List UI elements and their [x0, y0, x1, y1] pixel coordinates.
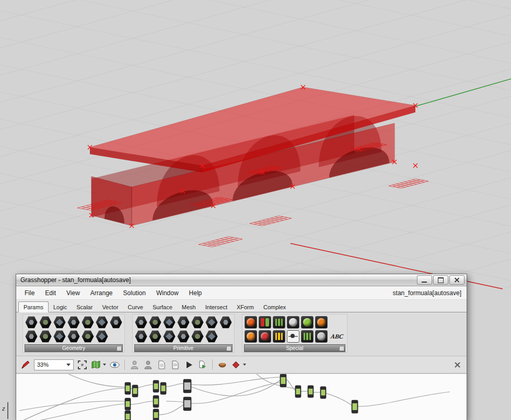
gh-node[interactable]: [160, 382, 166, 394]
gh-node[interactable]: [125, 411, 131, 420]
special-param-icon[interactable]: [287, 316, 299, 329]
special-param-icon[interactable]: [245, 316, 257, 329]
menu-help[interactable]: Help: [184, 288, 207, 298]
menu-window[interactable]: Window: [151, 288, 184, 298]
gh-node[interactable]: [153, 395, 159, 407]
primitive-param-icon[interactable]: [134, 330, 148, 343]
primitive-param-icon[interactable]: [162, 316, 176, 329]
panel-menu-corner[interactable]: [339, 346, 344, 351]
primitive-param-icon[interactable]: [162, 330, 176, 343]
primitive-param-icon[interactable]: [148, 330, 162, 343]
special-param-icon[interactable]: [259, 316, 271, 329]
special-param-icon[interactable]: [273, 330, 285, 343]
primitive-param-icon[interactable]: [191, 330, 204, 343]
tab-xform[interactable]: XForm: [232, 302, 259, 312]
map-dropdown-arrow[interactable]: [103, 364, 106, 366]
geometry-param-icon[interactable]: [67, 330, 80, 343]
special-param-icon[interactable]: [245, 330, 257, 343]
tab-mesh[interactable]: Mesh: [177, 302, 201, 312]
zoom-extents-icon[interactable]: [77, 360, 87, 370]
preview-dropdown-arrow[interactable]: [243, 364, 246, 366]
gh-node[interactable]: [352, 400, 358, 413]
special-param-icon[interactable]: [315, 330, 328, 343]
gallery-statue2-icon[interactable]: [143, 360, 153, 370]
zoom-dropdown-arrow[interactable]: [66, 364, 71, 366]
menu-file[interactable]: File: [19, 288, 40, 298]
recompute-icon[interactable]: [198, 360, 207, 370]
menu-arrange[interactable]: Arrange: [85, 288, 118, 298]
title-bar[interactable]: Grasshopper - stan_formuala[autosave]: [16, 274, 467, 286]
geometry-param-icon[interactable]: [95, 330, 109, 343]
gh-node[interactable]: [125, 398, 131, 410]
tab-vector[interactable]: Vector: [97, 302, 123, 312]
gh-node[interactable]: [183, 379, 191, 393]
special-param-icon[interactable]: [301, 330, 313, 343]
geometry-param-icon[interactable]: [81, 330, 95, 343]
document2-icon[interactable]: [170, 360, 180, 370]
tab-complex[interactable]: Complex: [259, 302, 291, 312]
panel-label-geometry[interactable]: Geometry: [25, 344, 123, 352]
primitive-param-icon[interactable]: [191, 316, 204, 329]
tab-intersect[interactable]: Intersect: [201, 302, 232, 312]
gallery-statue-icon[interactable]: [130, 360, 140, 370]
geometry-param-icon[interactable]: [39, 330, 52, 343]
gh-node[interactable]: [320, 387, 326, 399]
special-param-icon[interactable]: [273, 316, 285, 329]
gh-node[interactable]: [183, 397, 191, 411]
navigation-map-icon[interactable]: [91, 360, 101, 370]
primitive-param-icon[interactable]: [148, 316, 162, 329]
panel-menu-corner[interactable]: [226, 346, 231, 351]
node-graph[interactable]: [16, 374, 466, 420]
close-button[interactable]: [449, 275, 464, 285]
tab-logic[interactable]: Logic: [49, 302, 72, 312]
menu-view[interactable]: View: [61, 288, 85, 298]
gh-canvas[interactable]: [16, 374, 467, 420]
document-icon[interactable]: [157, 360, 167, 370]
text-param-icon[interactable]: ABC: [328, 331, 346, 342]
panel-label-primitive[interactable]: Primitive: [134, 344, 233, 352]
special-param-icon[interactable]: [287, 330, 299, 343]
preview-eye-icon[interactable]: [110, 360, 120, 370]
tab-surface[interactable]: Surface: [148, 302, 177, 312]
geometry-param-icon[interactable]: [25, 330, 38, 343]
zoom-control[interactable]: 33%: [34, 359, 74, 370]
special-param-icon[interactable]: [259, 330, 271, 343]
menu-edit[interactable]: Edit: [40, 288, 61, 298]
gh-node[interactable]: [132, 385, 138, 397]
geometry-param-icon[interactable]: [25, 316, 38, 329]
geometry-param-icon[interactable]: [95, 316, 109, 329]
gh-node[interactable]: [295, 386, 301, 398]
special-param-icon[interactable]: [301, 316, 313, 329]
maximize-button[interactable]: [433, 275, 448, 285]
canvas-close-icon[interactable]: [452, 360, 462, 370]
primitive-param-icon[interactable]: [219, 316, 233, 329]
special-param-icon[interactable]: [315, 316, 328, 329]
gh-node[interactable]: [308, 386, 313, 398]
primitive-param-icon[interactable]: [205, 330, 218, 343]
panel-menu-corner[interactable]: [117, 346, 122, 351]
bake-icon[interactable]: [217, 360, 227, 370]
gh-node[interactable]: [153, 380, 159, 392]
primitive-param-icon[interactable]: [205, 316, 218, 329]
gh-node[interactable]: [153, 409, 159, 420]
menu-solution[interactable]: Solution: [118, 288, 151, 298]
grasshopper-window[interactable]: Grasshopper - stan_formuala[autosave] Fi…: [16, 274, 467, 420]
geometry-param-icon[interactable]: [109, 316, 123, 329]
tab-params[interactable]: Params: [18, 301, 49, 312]
solve-play-icon[interactable]: [184, 360, 194, 370]
geometry-param-icon[interactable]: [67, 316, 80, 329]
panel-label-special[interactable]: Special: [244, 344, 345, 352]
geometry-param-icon[interactable]: [53, 330, 66, 343]
geometry-param-icon[interactable]: [39, 316, 52, 329]
preview-mode-icon[interactable]: [231, 360, 241, 370]
gh-node[interactable]: [125, 382, 131, 394]
sketch-tool-icon[interactable]: [20, 360, 30, 370]
tab-curve[interactable]: Curve: [123, 302, 148, 312]
primitive-param-icon[interactable]: [177, 316, 190, 329]
minimize-button[interactable]: [417, 275, 432, 285]
tab-scalar[interactable]: Scalar: [72, 302, 97, 312]
primitive-param-icon[interactable]: [134, 316, 148, 329]
gh-node[interactable]: [280, 374, 286, 387]
geometry-param-icon[interactable]: [81, 316, 95, 329]
geometry-param-icon[interactable]: [53, 316, 66, 329]
